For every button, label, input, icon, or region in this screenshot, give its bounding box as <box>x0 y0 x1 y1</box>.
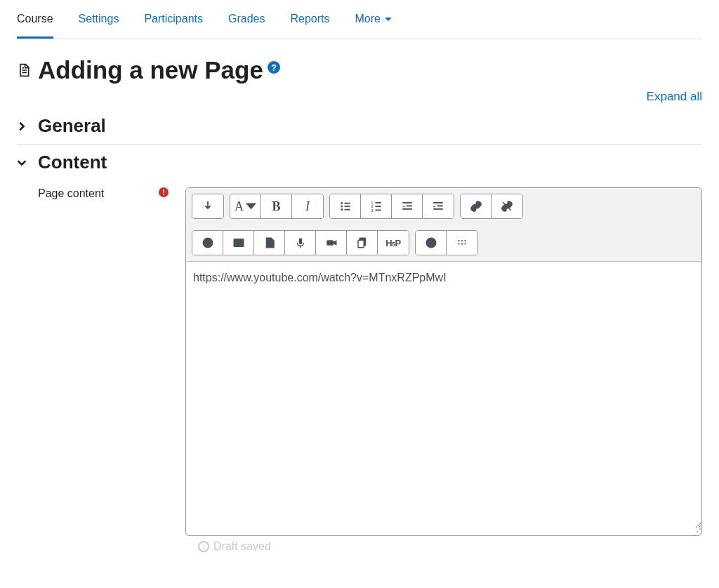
svg-point-0 <box>341 202 343 204</box>
emoji-button[interactable] <box>192 231 223 255</box>
bulleted-list-button[interactable] <box>330 194 361 218</box>
svg-point-2 <box>341 208 343 211</box>
chevron-right-icon <box>17 121 27 131</box>
tab-more[interactable]: More <box>355 0 391 39</box>
toolbar-toggle-button[interactable] <box>192 194 223 218</box>
unlink-button[interactable] <box>492 194 522 218</box>
svg-rect-17 <box>433 208 443 210</box>
svg-point-29 <box>430 239 431 241</box>
svg-point-34 <box>461 243 463 244</box>
record-audio-button[interactable] <box>285 231 316 255</box>
tab-course[interactable]: Course <box>17 0 53 39</box>
svg-rect-9 <box>375 202 381 203</box>
tab-settings[interactable]: Settings <box>79 0 119 39</box>
indent-button[interactable] <box>423 194 454 218</box>
italic-button[interactable]: I <box>292 194 323 218</box>
numbered-list-button[interactable]: 123 <box>361 194 392 218</box>
svg-rect-12 <box>402 202 412 203</box>
svg-rect-10 <box>375 206 381 207</box>
svg-rect-11 <box>375 210 381 211</box>
svg-point-35 <box>464 243 466 244</box>
h5p-button[interactable]: H5P <box>378 231 409 255</box>
chevron-down-icon <box>17 158 27 168</box>
svg-point-1 <box>341 206 343 208</box>
svg-point-32 <box>464 240 466 241</box>
tab-participants[interactable]: Participants <box>144 0 203 39</box>
page-content-input[interactable]: https://www.youtube.com/watch?v=MTnxRZPp… <box>186 262 701 528</box>
svg-rect-14 <box>402 208 412 210</box>
svg-rect-15 <box>433 202 443 203</box>
tab-grades[interactable]: Grades <box>228 0 265 39</box>
svg-rect-24 <box>300 246 301 248</box>
svg-rect-16 <box>437 206 443 207</box>
record-video-button[interactable] <box>316 231 347 255</box>
svg-rect-25 <box>326 240 334 246</box>
expand-all-link[interactable]: Expand all <box>647 90 702 103</box>
info-icon: i <box>198 541 209 552</box>
help-icon[interactable]: ? <box>268 61 280 74</box>
media-button[interactable] <box>254 231 285 255</box>
svg-point-30 <box>458 240 459 241</box>
resize-handle-icon[interactable]: ⋰ <box>186 528 701 535</box>
page-resource-icon <box>17 63 31 77</box>
section-content: Content Page content ! <box>17 145 702 560</box>
section-general: General <box>17 108 702 145</box>
svg-rect-23 <box>298 238 302 244</box>
svg-point-19 <box>206 241 207 243</box>
svg-point-20 <box>209 241 210 243</box>
svg-rect-3 <box>344 203 350 204</box>
section-general-toggle[interactable]: General <box>17 115 702 137</box>
chevron-down-icon <box>385 18 392 21</box>
page-title: Adding a new Page? <box>38 56 280 84</box>
field-label-page-content: Page content <box>38 187 104 200</box>
course-nav-tabs: Course Settings Participants Grades Repo… <box>17 0 702 39</box>
accessibility-checker-button[interactable] <box>416 231 447 255</box>
link-button[interactable] <box>461 194 492 218</box>
screenreader-helper-button[interactable] <box>447 231 477 255</box>
rich-text-editor: A B I 123 <box>185 187 702 536</box>
svg-rect-27 <box>358 240 364 248</box>
svg-point-31 <box>461 240 463 241</box>
manage-files-button[interactable] <box>347 231 378 255</box>
required-icon: ! <box>159 187 169 197</box>
draft-status: i Draft saved <box>185 540 702 553</box>
svg-text:3: 3 <box>371 208 373 213</box>
svg-point-18 <box>203 238 213 248</box>
tab-reports[interactable]: Reports <box>290 0 329 39</box>
svg-rect-4 <box>344 206 350 207</box>
svg-rect-13 <box>406 206 411 207</box>
image-button[interactable] <box>223 231 254 255</box>
paragraph-style-button[interactable]: A <box>230 194 261 218</box>
svg-rect-5 <box>344 209 350 211</box>
svg-point-33 <box>458 243 459 244</box>
editor-toolbar: A B I 123 <box>186 188 701 262</box>
outdent-button[interactable] <box>392 194 423 218</box>
bold-button[interactable]: B <box>261 194 292 218</box>
section-content-toggle[interactable]: Content <box>17 152 702 173</box>
